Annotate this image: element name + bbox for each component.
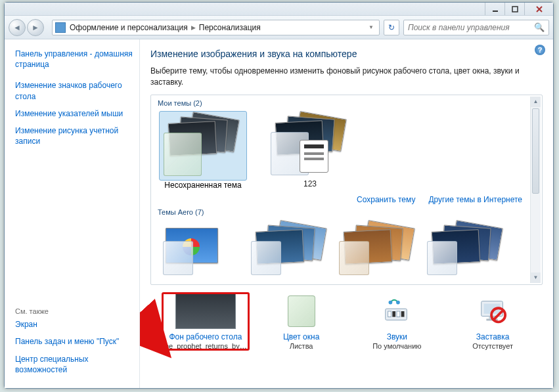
- see-also-ease[interactable]: Центр специальных возможностей: [15, 354, 133, 375]
- search-box[interactable]: 🔍: [403, 20, 549, 35]
- save-theme-link[interactable]: Сохранить тему: [357, 195, 415, 204]
- breadcrumb-2[interactable]: Персонализация: [199, 23, 261, 32]
- nav-arrows: ◄ ►: [9, 19, 48, 36]
- caption-bar: [5, 3, 553, 16]
- sidebar-link-icons[interactable]: Изменение значков рабочего стола: [15, 80, 133, 101]
- option-sound-link[interactable]: Звуки: [387, 332, 407, 341]
- control-panel-icon: [55, 22, 66, 33]
- scroll-up-icon[interactable]: ▲: [531, 97, 541, 107]
- minimize-button[interactable]: [485, 3, 504, 15]
- window: ◄ ► Оформление и персонализация ▶ Персон…: [4, 2, 554, 389]
- theme-actions: Сохранить тему Другие темы в Интернете: [156, 190, 537, 207]
- option-window-color[interactable]: Цвет окна Листва: [258, 293, 345, 350]
- svg-rect-7: [397, 311, 400, 317]
- theme-item-123[interactable]: 123: [267, 111, 353, 190]
- theme-item-aero[interactable]: [423, 220, 499, 279]
- more-themes-link[interactable]: Другие темы в Интернете: [428, 195, 522, 204]
- wallpaper-thumb: [174, 293, 237, 330]
- sidebar: Панель управления - домашняя страница Из…: [5, 39, 140, 388]
- scroll-thumb[interactable]: [532, 108, 539, 194]
- sidebar-link-cursors[interactable]: Изменение указателей мыши: [15, 108, 133, 119]
- themes-box: ▲ ▼ Мои темы (2): [150, 95, 543, 285]
- chevron-right-icon: ▶: [191, 24, 196, 31]
- search-icon: 🔍: [534, 22, 545, 32]
- option-saver-link[interactable]: Заставка: [476, 332, 510, 341]
- body: Панель управления - домашняя страница Из…: [5, 39, 553, 388]
- dialog-preview-icon: [300, 140, 328, 173]
- nav-bar: ◄ ► Оформление и персонализация ▶ Персон…: [5, 16, 553, 39]
- theme-item-aero[interactable]: [159, 220, 235, 279]
- aero-themes-row: [156, 220, 537, 279]
- option-sound-value: По умолчанию: [372, 342, 421, 350]
- page-title: Изменение изображения и звука на компьют…: [150, 49, 543, 59]
- help-icon[interactable]: ?: [535, 45, 545, 55]
- refresh-button[interactable]: ↻: [384, 20, 399, 35]
- sidebar-home-link[interactable]: Панель управления - домашняя страница: [15, 49, 133, 70]
- bottom-options: Фон рабочего стола the_prophet_returns_b…: [150, 285, 543, 358]
- close-button[interactable]: [524, 3, 553, 15]
- address-bar[interactable]: Оформление и персонализация ▶ Персонализ…: [52, 20, 380, 35]
- option-color-link[interactable]: Цвет окна: [283, 332, 319, 341]
- address-drop-icon[interactable]: ▼: [366, 24, 376, 30]
- scroll-down-icon[interactable]: ▼: [531, 272, 541, 283]
- svg-rect-5: [388, 311, 391, 317]
- breadcrumb-1[interactable]: Оформление и персонализация: [70, 23, 188, 32]
- see-also-display[interactable]: Экран: [15, 319, 133, 330]
- option-screensaver[interactable]: Заставка Отсутствует: [449, 293, 536, 350]
- option-saver-value: Отсутствует: [472, 342, 513, 350]
- screensaver-icon: [461, 293, 524, 330]
- my-themes-label: Мои темы (2): [156, 98, 537, 111]
- see-also-label: См. также: [15, 307, 133, 315]
- sound-icon: [365, 293, 428, 330]
- color-swatch-icon: [288, 295, 315, 327]
- theme-label: 123: [303, 179, 317, 188]
- option-bg-value: the_prophet_returns_by_m...: [163, 342, 248, 350]
- scrollbar[interactable]: ▲ ▼: [530, 97, 541, 283]
- theme-item-aero[interactable]: [335, 220, 411, 279]
- option-sounds[interactable]: Звуки По умолчанию: [354, 293, 441, 350]
- theme-item-aero[interactable]: [247, 220, 323, 279]
- svg-rect-8: [401, 311, 405, 317]
- see-also-taskbar[interactable]: Панель задач и меню "Пуск": [15, 336, 133, 347]
- theme-item-unsaved[interactable]: Несохраненная тема: [159, 111, 247, 190]
- glass-panel-icon: [164, 133, 202, 176]
- svg-rect-6: [393, 311, 396, 317]
- forward-button[interactable]: ►: [27, 19, 44, 36]
- theme-label: Несохраненная тема: [164, 181, 241, 190]
- search-input[interactable]: [408, 23, 526, 32]
- option-color-value: Листва: [290, 342, 313, 350]
- svg-rect-1: [512, 7, 518, 12]
- option-bg-link[interactable]: Фон рабочего стола: [169, 332, 242, 341]
- my-themes-row: Несохраненная тема: [156, 111, 537, 190]
- option-desktop-bg[interactable]: Фон рабочего стола the_prophet_returns_b…: [162, 293, 249, 350]
- svg-point-10: [396, 300, 400, 304]
- back-button[interactable]: ◄: [9, 19, 26, 36]
- aero-themes-label: Темы Aero (7): [156, 207, 537, 220]
- sidebar-link-account[interactable]: Изменение рисунка учетной записи: [15, 125, 133, 146]
- page-desc: Выберите тему, чтобы одновременно измени…: [150, 66, 543, 88]
- content: ? Изменение изображения и звука на компь…: [140, 39, 553, 388]
- svg-point-9: [389, 300, 393, 304]
- maximize-button[interactable]: [504, 3, 524, 15]
